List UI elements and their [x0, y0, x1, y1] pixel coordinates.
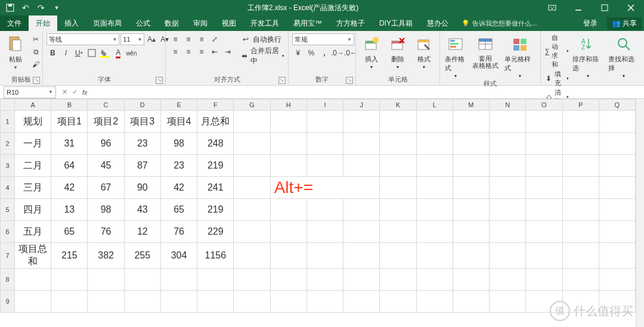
- cell[interactable]: [306, 199, 343, 221]
- col-header[interactable]: O: [526, 99, 562, 111]
- cell[interactable]: 一月: [15, 133, 51, 155]
- phonetic-icon[interactable]: wên: [125, 47, 137, 59]
- wrap-text-button[interactable]: ↩自动换行: [240, 33, 284, 45]
- col-header[interactable]: P: [562, 99, 599, 111]
- cell[interactable]: 三月: [15, 177, 51, 199]
- cell[interactable]: 二月: [15, 155, 51, 177]
- format-cells-button[interactable]: 格式▼: [412, 33, 436, 69]
- comma-icon[interactable]: ,: [318, 47, 330, 59]
- row-header[interactable]: 3: [1, 155, 15, 177]
- cell[interactable]: [270, 269, 306, 291]
- cell[interactable]: [343, 199, 380, 221]
- cell[interactable]: [306, 133, 343, 155]
- cell[interactable]: [306, 291, 343, 313]
- align-center-icon[interactable]: ≡: [182, 46, 194, 58]
- cell[interactable]: 248: [197, 133, 234, 155]
- cell[interactable]: 23: [160, 155, 197, 177]
- cell[interactable]: [51, 269, 88, 291]
- cell[interactable]: 项目总和: [15, 243, 51, 269]
- tab-office[interactable]: 慧办公: [420, 15, 456, 31]
- dialog-launcher-icon[interactable]: ↘: [346, 77, 353, 84]
- cell[interactable]: [526, 221, 562, 243]
- col-header[interactable]: E: [160, 99, 197, 111]
- cell[interactable]: [526, 111, 562, 133]
- cell[interactable]: [490, 133, 526, 155]
- cell[interactable]: [343, 221, 380, 243]
- copy-icon[interactable]: ⧉: [30, 46, 42, 58]
- cell[interactable]: 90: [124, 177, 160, 199]
- percent-icon[interactable]: %: [305, 47, 317, 59]
- share-button[interactable]: 👥 共享: [607, 17, 642, 30]
- cell[interactable]: [526, 155, 562, 177]
- formula-input[interactable]: [94, 86, 644, 98]
- tell-me[interactable]: 💡 告诉我您想要做什么...: [462, 19, 537, 28]
- cell[interactable]: [306, 111, 343, 133]
- cell[interactable]: 42: [51, 177, 88, 199]
- cell[interactable]: [453, 243, 489, 269]
- cell[interactable]: [160, 269, 197, 291]
- cell[interactable]: [88, 291, 124, 313]
- fx-icon[interactable]: fx: [82, 89, 88, 96]
- cell[interactable]: [124, 269, 160, 291]
- row-header[interactable]: 1: [1, 111, 15, 133]
- col-header[interactable]: N: [490, 99, 526, 111]
- font-color-icon[interactable]: A: [112, 47, 124, 59]
- align-top-icon[interactable]: ≡: [169, 33, 181, 45]
- cell[interactable]: [453, 111, 489, 133]
- dialog-launcher-icon[interactable]: ↘: [278, 77, 286, 84]
- cell[interactable]: [270, 243, 306, 269]
- cell[interactable]: [88, 269, 124, 291]
- cell[interactable]: [490, 177, 526, 199]
- cell[interactable]: 五月: [15, 221, 51, 243]
- tab-diy[interactable]: DIY工具箱: [372, 15, 420, 31]
- align-left-icon[interactable]: ≡: [169, 46, 181, 58]
- cell[interactable]: [562, 199, 599, 221]
- cell[interactable]: [380, 155, 416, 177]
- bold-icon[interactable]: B: [47, 47, 58, 59]
- cell[interactable]: [380, 269, 416, 291]
- cell[interactable]: [197, 269, 234, 291]
- font-size-combo[interactable]: 11▼: [120, 33, 144, 45]
- number-format-combo[interactable]: 常规▼: [292, 33, 354, 45]
- cell-style-button[interactable]: 单元格样式▼: [503, 33, 537, 78]
- cell[interactable]: [490, 111, 526, 133]
- cell[interactable]: [562, 291, 599, 313]
- cell[interactable]: [562, 221, 599, 243]
- col-header[interactable]: I: [306, 99, 343, 111]
- cell[interactable]: [453, 133, 489, 155]
- cell[interactable]: [453, 291, 489, 313]
- cell[interactable]: 96: [88, 133, 124, 155]
- table-format-button[interactable]: 套用 表格格式: [470, 33, 501, 69]
- cell[interactable]: [343, 291, 380, 313]
- cell[interactable]: 月总和: [197, 111, 234, 133]
- col-header[interactable]: L: [416, 99, 453, 111]
- cell[interactable]: [306, 243, 343, 269]
- cell[interactable]: [234, 111, 270, 133]
- font-name-combo[interactable]: 等线▼: [47, 33, 119, 45]
- cell[interactable]: [490, 221, 526, 243]
- indent-inc-icon[interactable]: ⇥: [222, 46, 234, 58]
- cell[interactable]: 98: [88, 199, 124, 221]
- row-header[interactable]: 9: [1, 291, 15, 313]
- cell[interactable]: [453, 269, 489, 291]
- cell[interactable]: [270, 221, 306, 243]
- tab-data[interactable]: 数据: [157, 15, 186, 31]
- row-header[interactable]: 8: [1, 269, 15, 291]
- cell[interactable]: [562, 111, 599, 133]
- cell[interactable]: [562, 155, 599, 177]
- sort-filter-button[interactable]: AZ排序和筛选▼: [571, 33, 605, 78]
- cut-icon[interactable]: ✂: [30, 33, 42, 45]
- cell[interactable]: [599, 111, 635, 133]
- orientation-icon[interactable]: ⤢: [209, 33, 221, 45]
- indent-dec-icon[interactable]: ⇤: [209, 46, 221, 58]
- col-header[interactable]: A: [15, 99, 51, 111]
- cell[interactable]: [453, 155, 489, 177]
- cell[interactable]: [380, 291, 416, 313]
- worksheet-grid[interactable]: ABCDEFGHIJKLMNOPQ1规划项目1项目2项目3项目4月总和2一月31…: [0, 99, 644, 327]
- cell[interactable]: [416, 243, 453, 269]
- cell[interactable]: [234, 269, 270, 291]
- cell[interactable]: 四月: [15, 199, 51, 221]
- cell[interactable]: [526, 177, 562, 199]
- cell[interactable]: [343, 269, 380, 291]
- cell[interactable]: 64: [51, 155, 88, 177]
